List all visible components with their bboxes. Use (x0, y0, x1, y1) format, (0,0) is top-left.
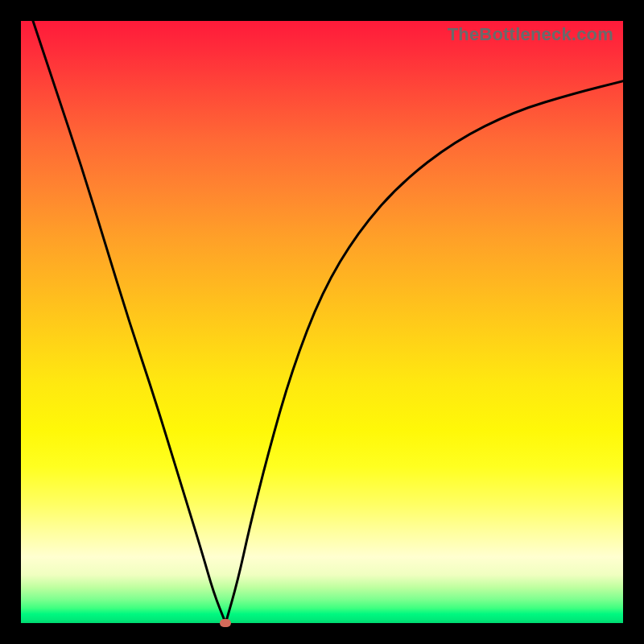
chart-container: TheBottleneck.com (0, 0, 644, 644)
curve-svg (21, 21, 623, 623)
optimal-marker (220, 619, 231, 627)
watermark-text: TheBottleneck.com (448, 24, 613, 45)
plot-area: TheBottleneck.com (21, 21, 623, 623)
bottleneck-curve (33, 21, 623, 623)
